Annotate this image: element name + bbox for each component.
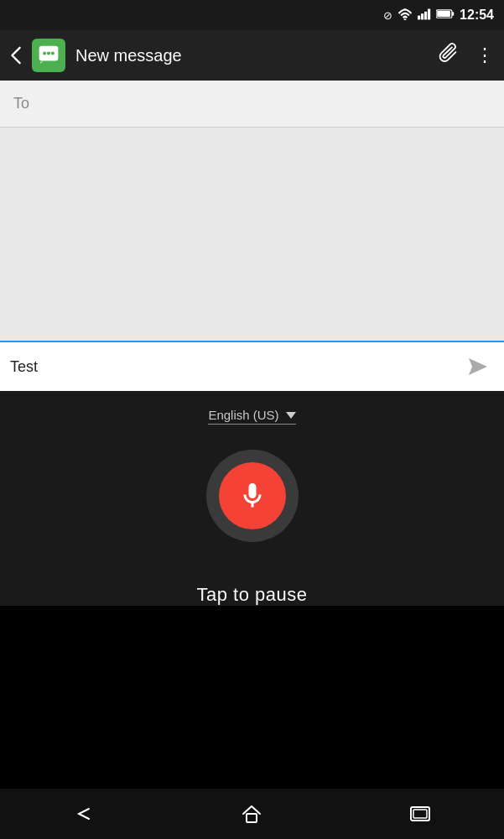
wifi-icon xyxy=(397,8,413,23)
message-input[interactable] xyxy=(10,352,460,383)
svg-rect-4 xyxy=(428,8,430,19)
app-icon xyxy=(32,39,65,72)
svg-point-0 xyxy=(404,18,407,20)
voice-section: English (US) Tap to pause xyxy=(0,391,504,606)
tap-to-pause-label: Tap to pause xyxy=(197,584,308,606)
svg-rect-6 xyxy=(452,12,454,16)
signal-bars-icon xyxy=(418,8,431,23)
svg-rect-2 xyxy=(421,13,423,19)
battery-icon xyxy=(436,8,455,22)
message-area: To xyxy=(0,81,504,341)
top-bar: New message ⋮ xyxy=(0,30,504,81)
svg-rect-3 xyxy=(424,11,427,19)
svg-marker-12 xyxy=(469,358,487,375)
language-label: English (US) xyxy=(208,408,278,422)
language-arrow-icon xyxy=(286,412,296,419)
page-title: New message xyxy=(75,46,429,65)
svg-point-10 xyxy=(47,52,50,55)
input-bar xyxy=(0,341,504,391)
message-body xyxy=(0,128,504,341)
svg-rect-13 xyxy=(247,814,257,822)
nav-recents-button[interactable] xyxy=(395,797,445,831)
back-button[interactable] xyxy=(10,46,22,65)
nav-back-button[interactable] xyxy=(59,797,109,831)
status-bar: ⊘ 12:54 xyxy=(0,0,504,30)
bottom-nav-bar xyxy=(0,789,504,839)
mic-button[interactable] xyxy=(219,462,286,529)
more-options-button[interactable]: ⋮ xyxy=(475,44,494,66)
mic-outer-ring xyxy=(206,450,299,542)
mic-container xyxy=(206,450,299,542)
status-time: 12:54 xyxy=(460,8,494,23)
top-actions: ⋮ xyxy=(439,42,494,69)
svg-rect-7 xyxy=(437,11,450,17)
svg-rect-15 xyxy=(413,810,427,818)
attachment-button[interactable] xyxy=(439,42,460,69)
status-icons: ⊘ 12:54 xyxy=(383,8,494,23)
signal-muted-icon: ⊘ xyxy=(383,9,392,22)
nav-home-button[interactable] xyxy=(226,797,277,831)
svg-point-9 xyxy=(43,52,46,55)
to-field[interactable]: To xyxy=(0,81,504,128)
svg-point-11 xyxy=(51,52,55,55)
language-selector[interactable]: English (US) xyxy=(208,408,295,425)
microphone-icon xyxy=(237,481,268,511)
send-button[interactable] xyxy=(460,350,494,383)
to-placeholder: To xyxy=(13,95,29,112)
svg-rect-1 xyxy=(418,15,420,19)
